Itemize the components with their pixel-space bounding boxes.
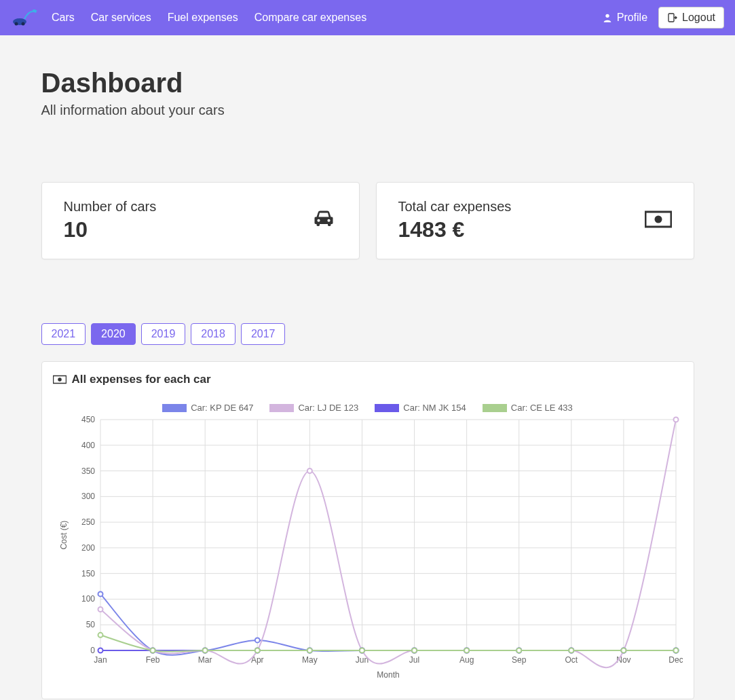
svg-text:Aug: Aug	[459, 655, 473, 665]
svg-point-100	[412, 648, 417, 653]
money-icon	[53, 375, 67, 384]
logout-button[interactable]: Logout	[658, 7, 724, 29]
year-tab-2018[interactable]: 2018	[191, 323, 235, 345]
legend-label: Car: CE LE 433	[511, 403, 573, 413]
svg-point-58	[98, 591, 102, 596]
svg-point-104	[621, 648, 626, 653]
profile-link[interactable]: Profile	[602, 12, 647, 24]
chart-card: All expenses for each car Car: KP DE 647…	[41, 361, 694, 699]
svg-point-95	[150, 648, 155, 653]
svg-text:Cost (€): Cost (€)	[59, 521, 69, 550]
svg-text:Sep: Sep	[512, 655, 527, 665]
svg-point-70	[98, 607, 102, 612]
svg-text:350: 350	[81, 466, 94, 476]
svg-text:100: 100	[81, 594, 94, 604]
svg-text:Mar: Mar	[197, 655, 212, 665]
svg-point-11	[58, 377, 62, 382]
app-logo[interactable]	[11, 8, 38, 27]
svg-point-101	[464, 648, 469, 653]
svg-text:Dec: Dec	[668, 655, 683, 665]
card-value: 10	[64, 217, 157, 242]
profile-label: Profile	[617, 12, 647, 24]
year-tab-2017[interactable]: 2017	[241, 323, 286, 345]
svg-point-102	[516, 648, 521, 653]
year-tabs: 2021 2020 2019 2018 2017	[41, 323, 694, 345]
navbar: Cars Car services Fuel expenses Compare …	[0, 0, 735, 35]
svg-point-7	[327, 219, 330, 221]
svg-text:200: 200	[81, 543, 94, 553]
svg-point-2	[22, 22, 25, 26]
svg-text:Jan: Jan	[94, 655, 107, 665]
nav-compare-car-expenses[interactable]: Compare car expenses	[255, 12, 366, 24]
svg-point-1	[15, 22, 18, 26]
svg-point-82	[98, 648, 102, 653]
svg-point-98	[307, 648, 312, 653]
svg-point-9	[654, 216, 662, 223]
legend-label: Car: KP DE 647	[191, 403, 253, 413]
logout-label: Logout	[682, 12, 715, 24]
legend-swatch	[375, 404, 399, 412]
chart-title-text: All expenses for each car	[72, 373, 211, 386]
svg-point-96	[202, 648, 207, 653]
money-icon	[645, 206, 672, 235]
nav-fuel-expenses[interactable]: Fuel expenses	[168, 12, 238, 24]
card-label: Total car expenses	[398, 199, 512, 215]
svg-point-4	[605, 14, 609, 18]
svg-text:Feb: Feb	[145, 655, 159, 665]
expenses-line-chart: 050100150200250300350400450JanFebMarAprM…	[53, 413, 683, 684]
page-title: Dashboard	[41, 68, 694, 98]
legend-item[interactable]: Car: CE LE 433	[483, 403, 573, 413]
svg-text:May: May	[302, 655, 318, 665]
page-subtitle: All information about your cars	[41, 103, 694, 118]
svg-text:50: 50	[86, 620, 95, 629]
legend-swatch	[483, 404, 507, 412]
svg-point-99	[359, 648, 364, 653]
svg-text:Month: Month	[377, 670, 399, 680]
svg-point-74	[307, 468, 312, 473]
svg-text:300: 300	[81, 492, 94, 501]
legend-label: Car: LJ DE 123	[298, 403, 358, 413]
svg-text:450: 450	[81, 415, 94, 424]
svg-text:150: 150	[81, 569, 94, 578]
card-value: 1483 €	[398, 217, 512, 242]
svg-text:Oct: Oct	[565, 655, 578, 665]
chart-title-row: All expenses for each car	[53, 373, 683, 386]
svg-rect-3	[32, 10, 37, 13]
legend-item[interactable]: Car: LJ DE 123	[269, 403, 358, 413]
card-label: Number of cars	[64, 199, 157, 215]
card-number-of-cars: Number of cars 10	[41, 182, 360, 259]
svg-point-6	[317, 219, 320, 221]
svg-point-103	[569, 648, 573, 653]
svg-text:400: 400	[81, 441, 94, 450]
nav-links: Cars Car services Fuel expenses Compare …	[52, 12, 602, 24]
car-icon	[310, 206, 337, 236]
svg-point-94	[98, 633, 102, 638]
logout-icon	[667, 12, 678, 23]
svg-text:Jul: Jul	[409, 655, 419, 665]
legend-swatch	[269, 404, 294, 412]
svg-text:0: 0	[90, 646, 95, 655]
svg-point-81	[673, 418, 678, 422]
year-tab-2019[interactable]: 2019	[141, 323, 186, 345]
year-tab-2020[interactable]: 2020	[91, 323, 136, 345]
chart-legend: Car: KP DE 647Car: LJ DE 123Car: NM JK 1…	[53, 403, 683, 413]
nav-car-services[interactable]: Car services	[91, 12, 151, 24]
legend-item[interactable]: Car: KP DE 647	[162, 403, 253, 413]
legend-item[interactable]: Car: NM JK 154	[375, 403, 466, 413]
svg-point-97	[255, 648, 259, 653]
card-total-expenses: Total car expenses 1483 €	[376, 182, 694, 259]
svg-point-61	[255, 638, 259, 642]
svg-rect-5	[668, 14, 674, 22]
year-tab-2021[interactable]: 2021	[41, 323, 86, 345]
svg-text:250: 250	[81, 517, 94, 527]
nav-cars[interactable]: Cars	[52, 12, 75, 24]
svg-point-105	[673, 648, 678, 653]
legend-label: Car: NM JK 154	[403, 403, 466, 413]
legend-swatch	[162, 404, 187, 412]
person-icon	[602, 12, 613, 23]
